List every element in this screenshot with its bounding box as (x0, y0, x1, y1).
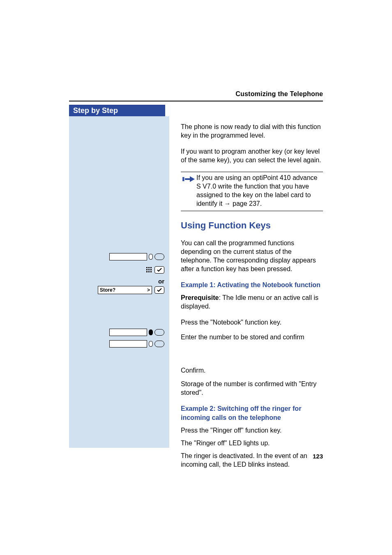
running-head: Customizing the Telephone (235, 90, 323, 98)
chevron-right-icon: > (147, 287, 150, 293)
led-off-icon (149, 341, 153, 347)
key-label-field (109, 329, 147, 336)
note-text: If you are using an optiPoint 410 advanc… (196, 174, 323, 208)
paragraph: You can call the programmed functions de… (181, 239, 323, 273)
note-block: If you are using an optiPoint 410 advanc… (181, 172, 323, 211)
step-text: Confirm. (181, 366, 323, 375)
step-text: The ringer is deactivated. In the event … (181, 451, 323, 469)
key-cap-icon (154, 253, 164, 260)
step-text: Press the "Notebook" function key. (181, 318, 323, 327)
page: Customizing the Telephone Step by Step T… (0, 0, 392, 555)
step-by-step-bar: Step by Step (69, 105, 165, 116)
step-text: The "Ringer off" LED lights up. (181, 439, 323, 447)
example-heading: Example 1: Activating the Notebook funct… (181, 281, 323, 289)
display-text: Store? (100, 287, 115, 293)
step-text: Press the "Ringer off" function key. (181, 426, 323, 435)
prerequisite: Prerequisite: The Idle menu or an active… (181, 293, 323, 311)
paragraph: If you want to program another key (or k… (181, 147, 323, 164)
example-heading: Example 2: Switching off the ringer for … (181, 404, 323, 422)
function-key-illustration (69, 340, 169, 348)
led-off-icon (149, 254, 153, 260)
paragraph: The phone is now ready to dial with this… (181, 122, 323, 140)
key-cap-icon (154, 329, 164, 336)
note-arrow-icon (181, 174, 196, 208)
step-text: Enter the number to be stored and confir… (181, 333, 323, 341)
keypad-confirm-illustration (69, 266, 169, 274)
keypad-icon (146, 267, 152, 273)
key-label-field (109, 340, 147, 348)
prerequisite-label: Prerequisite (181, 294, 219, 301)
section-heading: Using Function Keys (181, 219, 323, 231)
function-key-icon (109, 340, 164, 348)
page-number: 123 (313, 453, 323, 460)
led-on-icon (149, 329, 153, 335)
key-label-field (109, 253, 147, 260)
key-cap-icon (154, 341, 164, 347)
phone-display-icon: Store? > (98, 286, 152, 294)
svg-marker-3 (190, 176, 195, 182)
checkmark-key-icon (154, 286, 164, 294)
or-label: or (69, 278, 169, 285)
header-rule (69, 101, 323, 101)
step-text: Storage of the number is confirmed with … (181, 380, 323, 397)
svg-rect-2 (185, 178, 190, 180)
main-content: The phone is now ready to dial with this… (181, 122, 323, 477)
checkmark-key-icon (154, 266, 164, 274)
function-key-icon (109, 253, 164, 260)
function-key-icon (109, 329, 164, 336)
display-confirm-illustration: Store? > (69, 286, 169, 294)
function-key-illustration (69, 253, 169, 260)
function-key-illustration (69, 329, 169, 336)
